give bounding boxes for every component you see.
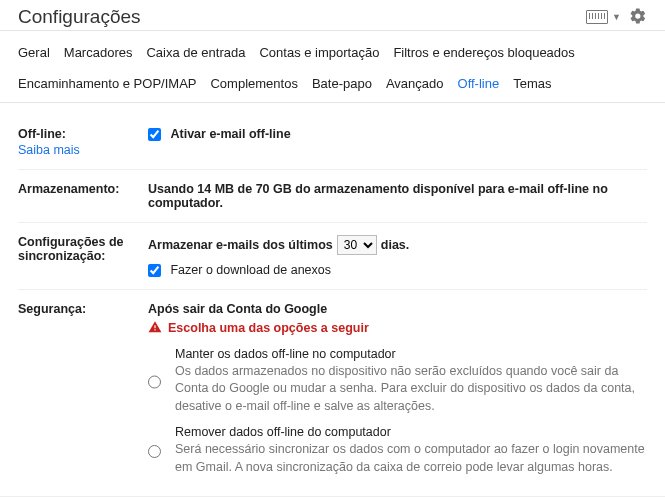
tab-marcadores[interactable]: Marcadores bbox=[64, 39, 133, 70]
tab-avan-ado[interactable]: Avançado bbox=[386, 70, 444, 101]
keyboard-icon[interactable] bbox=[586, 10, 608, 24]
storage-label: Armazenamento: bbox=[18, 182, 119, 196]
enable-offline-checkbox[interactable] bbox=[148, 128, 161, 141]
settings-tabs: GeralMarcadoresCaixa de entradaContas e … bbox=[0, 31, 665, 103]
keep-data-desc: Os dados armazenados no dispositivo não … bbox=[175, 363, 647, 416]
keep-data-radio[interactable] bbox=[148, 349, 161, 416]
tab-contas-e-importa-o[interactable]: Contas e importação bbox=[259, 39, 379, 70]
security-warning-text: Escolha uma das opções a seguir bbox=[168, 321, 369, 335]
tab-bate-papo[interactable]: Bate-papo bbox=[312, 70, 372, 101]
offline-label: Off-line: bbox=[18, 127, 66, 141]
keep-data-title: Manter os dados off-line no computador bbox=[175, 347, 647, 361]
remove-data-title: Remover dados off-line do computador bbox=[175, 425, 647, 439]
sync-days-select[interactable]: 30 bbox=[337, 235, 377, 255]
sync-label: Configurações de sincronização: bbox=[18, 235, 124, 263]
download-attachments-label: Fazer o download de anexos bbox=[170, 263, 331, 277]
tab-off-line[interactable]: Off-line bbox=[458, 70, 500, 101]
enable-offline-label: Ativar e-mail off-line bbox=[170, 127, 290, 141]
tab-filtros-e-endere-os-bloqueados[interactable]: Filtros e endereços bloqueados bbox=[393, 39, 574, 70]
download-attachments-option[interactable]: Fazer o download de anexos bbox=[148, 263, 331, 277]
tab-encaminhamento-e-pop-imap[interactable]: Encaminhamento e POP/IMAP bbox=[18, 70, 196, 101]
storage-text: Usando 14 MB de 70 GB do armazenamento d… bbox=[148, 182, 608, 210]
tab-temas[interactable]: Temas bbox=[513, 70, 551, 101]
sync-suffix: dias. bbox=[381, 238, 410, 252]
remove-data-radio[interactable] bbox=[148, 427, 161, 476]
remove-data-desc: Será necessário sincronizar os dados com… bbox=[175, 441, 647, 476]
security-heading: Após sair da Conta do Google bbox=[148, 302, 647, 316]
gear-icon[interactable] bbox=[629, 7, 647, 28]
enable-offline-option[interactable]: Ativar e-mail off-line bbox=[148, 127, 291, 141]
security-label: Segurança: bbox=[18, 302, 86, 316]
download-attachments-checkbox[interactable] bbox=[148, 264, 161, 277]
tab-geral[interactable]: Geral bbox=[18, 39, 50, 70]
sync-prefix: Armazenar e-mails dos últimos bbox=[148, 238, 333, 252]
warning-icon bbox=[148, 320, 162, 337]
learn-more-link[interactable]: Saiba mais bbox=[18, 143, 148, 157]
tab-caixa-de-entrada[interactable]: Caixa de entrada bbox=[146, 39, 245, 70]
keyboard-dropdown-caret[interactable]: ▼ bbox=[612, 12, 621, 22]
page-title: Configurações bbox=[18, 6, 141, 28]
tab-complementos[interactable]: Complementos bbox=[210, 70, 297, 101]
